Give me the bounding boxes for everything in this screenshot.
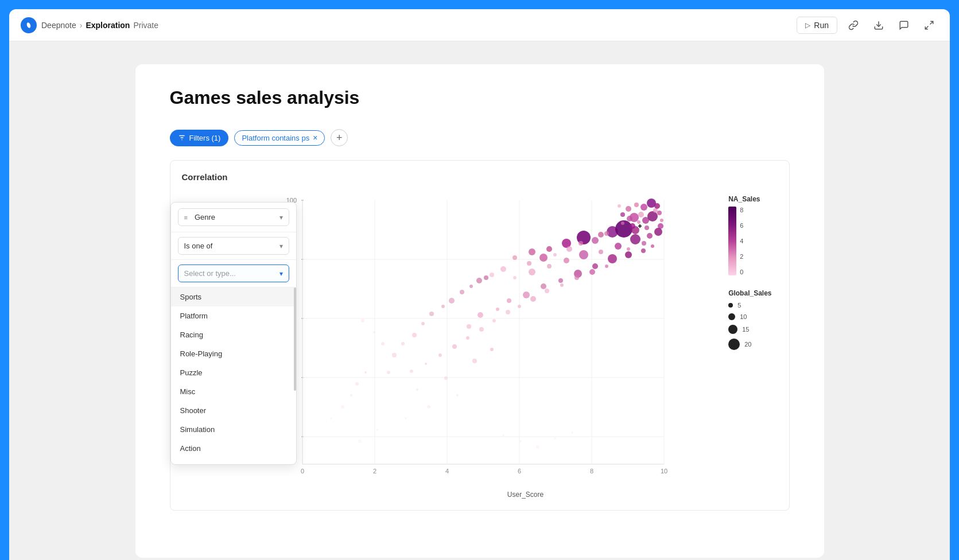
svg-point-62 (615, 243, 622, 250)
field-select-box[interactable]: ≡ Genre ▾ (178, 208, 289, 226)
svg-text:0: 0 (300, 468, 304, 475)
list-item[interactable]: Action (171, 439, 296, 458)
chart-title: Correlation (182, 172, 228, 182)
svg-point-138 (341, 405, 344, 409)
svg-point-114 (626, 206, 631, 212)
svg-point-77 (467, 324, 471, 329)
filter-bar: Filters (1) Platform contains ps × + (170, 129, 790, 146)
color-legend-val-2: 2 (740, 253, 743, 260)
color-legend-title: NA_Sales (728, 195, 771, 203)
svg-point-123 (361, 319, 364, 322)
add-filter-button[interactable]: + (331, 129, 348, 146)
list-item[interactable]: Platform (171, 306, 296, 325)
svg-point-119 (657, 211, 662, 215)
run-button[interactable]: ▷ Run (797, 17, 837, 34)
svg-point-57 (529, 269, 535, 275)
comment-button[interactable] (895, 16, 913, 34)
svg-point-122 (654, 228, 662, 236)
svg-point-129 (421, 322, 425, 325)
size-legend: Global_Sales 5 10 15 (728, 289, 771, 350)
main-content: Games sales analysis Filters (1) Platfor… (9, 41, 950, 560)
svg-point-141 (364, 371, 367, 374)
size-item-15: 15 (728, 325, 771, 334)
list-item[interactable]: Simulation (171, 420, 296, 439)
svg-point-82 (541, 283, 546, 289)
svg-point-128 (412, 333, 417, 337)
condition-selector-area: Is one of ▾ (171, 232, 296, 260)
svg-point-44 (644, 225, 649, 230)
svg-point-53 (527, 261, 531, 266)
svg-point-81 (523, 291, 530, 298)
filter-chip-text: Platform contains ps (242, 134, 309, 142)
value-input-box[interactable]: Select or type... ▾ (178, 265, 289, 282)
svg-point-66 (627, 247, 630, 251)
breadcrumb-root[interactable]: Deepnote (41, 21, 76, 30)
svg-point-92 (574, 275, 579, 280)
run-label: Run (814, 21, 829, 30)
list-item[interactable]: Misc (171, 382, 296, 401)
size-legend-title: Global_Sales (728, 289, 771, 297)
svg-point-146 (571, 431, 573, 434)
breadcrumb-tag: Private (133, 21, 158, 30)
size-item-5: 5 (728, 302, 771, 309)
play-icon: ▷ (805, 21, 810, 29)
size-label-20: 20 (744, 341, 751, 348)
color-legend-val-6: 6 (740, 222, 743, 229)
chart-section: Correlation ≡ Genre ▾ (170, 160, 790, 511)
svg-point-37 (546, 246, 552, 252)
svg-point-130 (429, 312, 434, 316)
svg-point-70 (472, 359, 477, 363)
svg-point-36 (529, 248, 535, 255)
svg-point-133 (460, 290, 464, 294)
svg-point-142 (502, 434, 504, 437)
svg-point-144 (536, 445, 539, 449)
link-button[interactable] (844, 16, 863, 34)
size-dot-10 (728, 313, 735, 320)
expand-button[interactable] (920, 16, 938, 34)
add-filter-icon: + (336, 132, 343, 144)
size-label-5: 5 (737, 302, 741, 309)
svg-point-86 (608, 254, 617, 263)
list-item[interactable]: Racing (171, 325, 296, 344)
list-item[interactable]: Sports (171, 287, 296, 306)
svg-point-74 (405, 417, 407, 419)
download-button[interactable] (869, 16, 888, 34)
filters-button[interactable]: Filters (1) (170, 130, 229, 146)
size-label-15: 15 (742, 326, 749, 333)
svg-line-4 (925, 26, 928, 29)
list-item[interactable]: Shooter (171, 401, 296, 420)
svg-point-56 (513, 276, 517, 279)
condition-value: Is one of (184, 242, 213, 250)
svg-point-58 (547, 264, 552, 269)
deepnote-logo (21, 17, 37, 33)
list-item[interactable]: Puzzle (171, 363, 296, 382)
nav-left: Deepnote › Exploration Private (21, 17, 158, 33)
active-filter-chip[interactable]: Platform contains ps × (234, 130, 325, 146)
dropdown-scrollbar[interactable] (294, 287, 296, 391)
breadcrumb-current[interactable]: Exploration (86, 21, 130, 30)
filter-icon (178, 134, 186, 142)
value-input-chevron: ▾ (279, 270, 283, 278)
svg-point-134 (469, 285, 473, 288)
x-axis-label: User_Score (274, 491, 778, 499)
color-legend-val-0: 0 (740, 269, 743, 275)
svg-point-35 (512, 255, 517, 260)
svg-point-63 (630, 234, 640, 244)
list-item[interactable]: Role-Playing (171, 344, 296, 363)
svg-point-120 (660, 219, 663, 222)
svg-point-72 (456, 394, 459, 396)
svg-point-54 (500, 266, 506, 272)
svg-text:8: 8 (589, 468, 593, 475)
svg-point-89 (651, 244, 654, 248)
filter-chip-close[interactable]: × (313, 134, 317, 142)
field-type-icon: ≡ (184, 214, 188, 221)
svg-point-104 (410, 370, 413, 373)
condition-select-box[interactable]: Is one of ▾ (178, 237, 289, 255)
svg-point-124 (373, 331, 375, 333)
svg-point-131 (441, 305, 445, 308)
svg-point-110 (637, 220, 640, 224)
svg-point-78 (477, 312, 483, 318)
svg-point-109 (653, 208, 658, 213)
list-item[interactable]: Fighting (171, 458, 296, 460)
breadcrumb-sep: › (80, 21, 83, 30)
